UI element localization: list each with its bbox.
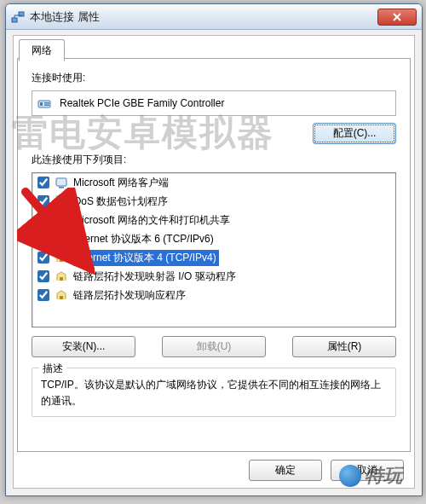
- svg-rect-7: [59, 187, 64, 188]
- close-icon: [392, 13, 402, 21]
- items-label: 此连接使用下列项目:: [32, 153, 396, 167]
- item-label: 链路层拓扑发现映射器 I/O 驱动程序: [73, 269, 236, 284]
- svg-rect-5: [44, 105, 49, 107]
- close-button[interactable]: [377, 9, 417, 26]
- proto-icon: [55, 269, 68, 283]
- proto-icon: [55, 251, 68, 264]
- client-icon: [55, 176, 68, 189]
- proto-icon: [55, 232, 68, 246]
- item-label: 链路层拓扑发现响应程序: [73, 288, 186, 303]
- svg-rect-6: [56, 178, 66, 186]
- button-label: 取消: [357, 464, 377, 476]
- install-button[interactable]: 安装(N)...: [32, 336, 135, 357]
- proto-icon: [55, 288, 68, 302]
- configure-button[interactable]: 配置(C)...: [313, 123, 396, 144]
- description-text: TCP/IP。该协议是默认的广域网络协议，它提供在不同的相互连接的网络上的通讯。: [41, 377, 387, 409]
- network-icon: [11, 10, 25, 24]
- svg-rect-3: [40, 102, 43, 106]
- list-item[interactable]: 链路层拓扑发现响应程序: [32, 286, 395, 304]
- tab-strip: 网络: [19, 39, 65, 61]
- list-item[interactable]: Internet 协议版本 6 (TCP/IPv6): [32, 229, 395, 248]
- button-label: 安装(N)...: [62, 340, 106, 352]
- item-checkbox[interactable]: [37, 233, 49, 245]
- svg-rect-10: [60, 220, 66, 224]
- list-item[interactable]: QoS 数据包计划程序: [32, 192, 395, 211]
- share-icon: [55, 213, 68, 227]
- button-label: 属性(R): [327, 340, 362, 352]
- group-title: 描述: [39, 362, 66, 376]
- list-item[interactable]: Microsoft 网络客户端: [32, 173, 395, 192]
- adapter-field: Realtek PCIe GBE Family Controller: [32, 90, 396, 116]
- button-label: 卸载(U): [197, 340, 232, 352]
- uninstall-button[interactable]: 卸载(U): [162, 336, 266, 357]
- svg-rect-12: [60, 258, 63, 262]
- item-checkbox[interactable]: [37, 195, 49, 207]
- window-title: 本地连接 属性: [30, 9, 377, 25]
- list-item[interactable]: Internet 协议版本 4 (TCP/IPv4): [32, 248, 395, 267]
- item-checkbox[interactable]: [37, 214, 49, 226]
- ok-button[interactable]: 确定: [249, 460, 322, 481]
- svg-rect-13: [60, 277, 63, 281]
- item-checkbox[interactable]: [37, 252, 49, 264]
- item-label: Microsoft 网络的文件和打印机共享: [73, 213, 230, 228]
- svg-rect-8: [56, 196, 66, 206]
- svg-rect-4: [44, 102, 49, 104]
- item-checkbox[interactable]: [37, 289, 49, 301]
- cancel-button[interactable]: 取消: [331, 460, 404, 481]
- button-label: 配置(C)...: [333, 127, 377, 139]
- qos-icon: [55, 194, 68, 208]
- svg-rect-11: [60, 240, 63, 243]
- nic-icon: [37, 96, 53, 110]
- tab-network[interactable]: 网络: [19, 39, 65, 61]
- components-list[interactable]: Microsoft 网络客户端QoS 数据包计划程序Microsoft 网络的文…: [32, 172, 396, 327]
- item-label: Internet 协议版本 4 (TCP/IPv4): [73, 250, 219, 266]
- item-label: Internet 协议版本 6 (TCP/IPv6): [73, 232, 214, 246]
- description-group: 描述 TCP/IP。该协议是默认的广域网络协议，它提供在不同的相互连接的网络上的…: [32, 368, 396, 417]
- adapter-label: 连接时使用:: [32, 71, 396, 85]
- list-item[interactable]: 链路层拓扑发现映射器 I/O 驱动程序: [32, 267, 395, 286]
- item-label: QoS 数据包计划程序: [73, 194, 168, 209]
- svg-rect-0: [12, 18, 17, 22]
- properties-button[interactable]: 属性(R): [292, 336, 396, 357]
- adapter-name: Realtek PCIe GBE Family Controller: [60, 97, 224, 109]
- dialog-buttons: 确定 取消: [14, 460, 414, 481]
- properties-dialog: 本地连接 属性 网络 连接时使用: Realtek PCIe GBE Famil…: [5, 3, 423, 496]
- item-checkbox[interactable]: [37, 270, 49, 282]
- tab-label: 网络: [32, 44, 52, 56]
- titlebar: 本地连接 属性: [6, 4, 422, 30]
- item-label: Microsoft 网络客户端: [73, 176, 169, 190]
- svg-rect-14: [60, 296, 63, 299]
- button-label: 确定: [275, 464, 296, 476]
- tab-panel: 连接时使用: Realtek PCIe GBE Family Controlle…: [17, 58, 411, 452]
- component-buttons: 安装(N)... 卸载(U) 属性(R): [32, 336, 396, 357]
- client-area: 网络 连接时使用: Realtek PCIe GBE Family Contro…: [13, 35, 415, 489]
- item-checkbox[interactable]: [37, 177, 49, 188]
- list-item[interactable]: Microsoft 网络的文件和打印机共享: [32, 211, 395, 229]
